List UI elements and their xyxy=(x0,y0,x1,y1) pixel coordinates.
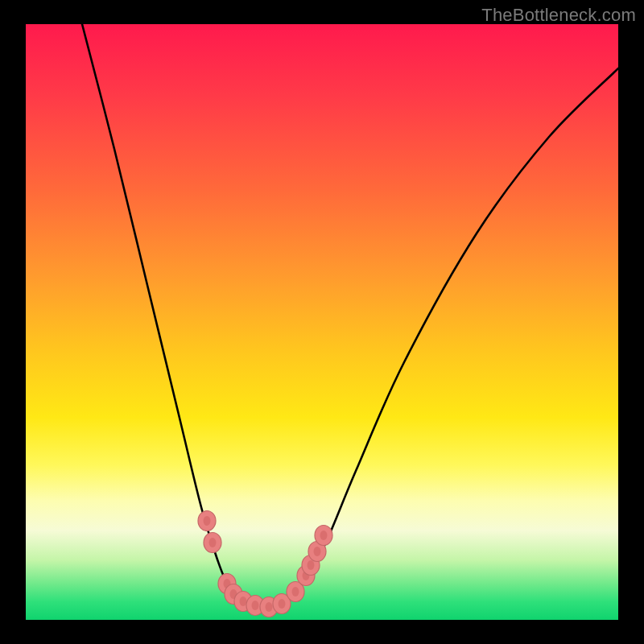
left-curve xyxy=(82,24,267,607)
svg-point-25 xyxy=(320,530,328,540)
svg-point-13 xyxy=(266,602,273,612)
marker-bead xyxy=(198,511,216,531)
svg-point-21 xyxy=(308,560,315,570)
svg-point-17 xyxy=(292,587,299,597)
chart-svg xyxy=(26,24,618,620)
svg-point-15 xyxy=(279,599,286,609)
svg-point-9 xyxy=(240,597,247,606)
svg-point-11 xyxy=(252,601,259,610)
svg-point-1 xyxy=(204,516,211,526)
svg-point-3 xyxy=(209,538,217,547)
marker-bead xyxy=(204,533,221,553)
marker-bead xyxy=(315,526,332,546)
watermark-text: TheBottleneck.com xyxy=(481,5,636,26)
chart-plot-area xyxy=(26,24,618,620)
svg-point-23 xyxy=(314,547,321,556)
